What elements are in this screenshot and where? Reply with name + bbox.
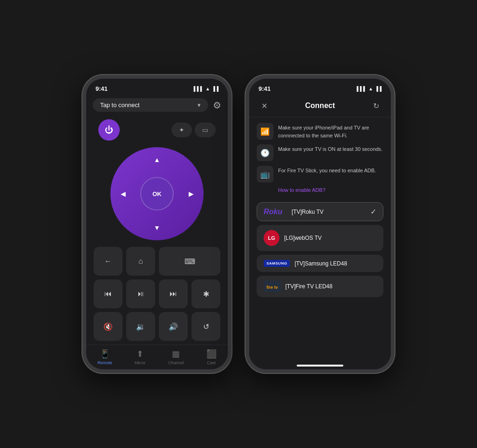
ok-button[interactable]: OK [140, 177, 174, 210]
instruction-wifi: 📶 Make sure your iPhone/iPad and TV are … [257, 123, 383, 140]
fast-forward-button[interactable]: ⏭ [159, 279, 188, 308]
vol-down-button[interactable]: 🔉 [126, 312, 155, 341]
dpad-mode-icon: ✦ [179, 126, 184, 134]
battery-icon: ▐▐ [212, 86, 218, 91]
tap-to-connect-button[interactable]: Tap to connect ▾ [93, 98, 208, 112]
wifi-icon: ▲ [205, 86, 210, 91]
mute-button[interactable]: 🔇 [94, 312, 123, 341]
dpad-up-button[interactable]: ▲ [150, 153, 164, 167]
vol-up-button[interactable]: 🔊 [159, 312, 188, 341]
dpad-left-button[interactable]: ◀ [116, 187, 130, 201]
status-icons-phone1: ▌▌▌ ▲ ▐▐ [194, 86, 218, 91]
firetv-device-name: [TV]Fire TV LED48 [286, 283, 376, 290]
refresh-connect-button[interactable]: ↻ [369, 99, 382, 112]
back-button[interactable]: ← [94, 247, 123, 276]
dpad-down-button[interactable]: ▼ [150, 221, 164, 235]
device-samsung[interactable]: SAMSUNG [TV]Samsung LED48 [257, 255, 383, 272]
nav-channel[interactable]: ▦ Channel [168, 349, 184, 365]
dpad-right-button[interactable]: ▶ [184, 187, 198, 201]
home-indicator-2 [297, 365, 343, 367]
remote-body: ⏻ ✦ ▭ ▲ ▼ ◀ [86, 115, 228, 345]
connect-header: ✕ Connect ↻ [249, 95, 391, 117]
dpad-circle: ▲ ▼ ◀ ▶ OK [110, 147, 204, 240]
tv-instruction-icon: 📺 [257, 166, 273, 183]
lg-logo: LG [264, 230, 279, 246]
clock-instruction-icon: 🕐 [257, 144, 273, 161]
phone-1-frame: 9:41 ▌▌▌ ▲ ▐▐ Tap to connect ▾ ⚙ ⏻ [82, 75, 232, 373]
dpad-container: ▲ ▼ ◀ ▶ OK [110, 147, 204, 240]
nav-mirror[interactable]: ⬆ Mirror [135, 349, 146, 365]
signal-icon-2: ▌▌▌ [357, 86, 367, 91]
tv-instruction-text: For Fire TV Stick, you need to enable AD… [278, 166, 376, 175]
close-button[interactable]: ✕ [258, 99, 271, 112]
samsung-logo: SAMSUNG [264, 260, 290, 267]
phone1-content: Tap to connect ▾ ⚙ ⏻ ✦ ▭ [86, 95, 228, 369]
chevron-down-icon: ▾ [198, 102, 201, 109]
phone2-content: ✕ Connect ↻ 📶 Make sure your iPhone/iPad… [249, 95, 391, 369]
cast-nav-label: Cast [207, 360, 216, 365]
roku-checkmark: ✓ [370, 207, 376, 216]
power-button[interactable]: ⏻ [98, 119, 120, 141]
device-roku[interactable]: Roku [TV]Roku TV ✓ [257, 202, 383, 221]
device-lg[interactable]: LG [LG]webOS TV [257, 225, 383, 251]
adb-link[interactable]: How to enable ADB? [257, 187, 383, 193]
dpad-mode-button[interactable]: ✦ [171, 122, 192, 137]
phone-1-screen: 9:41 ▌▌▌ ▲ ▐▐ Tap to connect ▾ ⚙ ⏻ [86, 79, 228, 369]
notch [129, 79, 185, 90]
instruction-clock: 🕐 Make sure your TV is ON at least 30 se… [257, 144, 383, 161]
instruction-tv: 📺 For Fire TV Stick, you need to enable … [257, 166, 383, 183]
mirror-nav-icon: ⬆ [136, 349, 143, 359]
power-row: ⏻ ✦ ▭ [94, 119, 220, 141]
tap-connect-label: Tap to connect [100, 102, 140, 109]
notch-2 [292, 79, 348, 90]
remote-topbar: Tap to connect ▾ ⚙ [86, 95, 228, 115]
wifi-instruction-text: Make sure your iPhone/iPad and TV are co… [278, 123, 383, 139]
remote-nav-icon: 📱 [100, 349, 110, 359]
wifi-icon-2: ▲ [368, 86, 373, 91]
phone-2-screen: 9:41 ▌▌▌ ▲ ▐▐ ✕ Connect ↻ 📶 Make sure yo… [249, 79, 391, 369]
device-firetv[interactable]: fire tv [TV]Fire TV LED48 [257, 276, 383, 297]
screen-mode-icon: ▭ [202, 126, 208, 134]
nav-remote[interactable]: 📱 Remote [97, 349, 112, 365]
firetv-logo: fire tv [264, 281, 281, 292]
mode-group: ✦ ▭ [171, 122, 216, 137]
cast-nav-icon: ⬛ [206, 349, 217, 359]
wifi-instruction-icon: 📶 [257, 123, 273, 140]
status-time-phone2: 9:41 [259, 85, 271, 92]
home-button[interactable]: ⌂ [126, 247, 155, 276]
roku-device-name: [TV]Roku TV [292, 209, 366, 215]
status-icons-phone2: ▌▌▌ ▲ ▐▐ [357, 86, 382, 91]
mirror-nav-label: Mirror [135, 360, 146, 365]
button-grid: ← ⌂ ⌨ ⏮ ⏯ ⏭ ✱ 🔇 🔉 🔊 ↺ [94, 247, 220, 341]
status-time-phone1: 9:41 [95, 85, 108, 92]
keyboard-button[interactable]: ⌨ [159, 247, 220, 276]
channel-nav-label: Channel [168, 360, 184, 365]
screen-mode-button[interactable]: ▭ [195, 122, 216, 137]
bottom-nav: 📱 Remote ⬆ Mirror ▦ Channel ⬛ Cast [86, 345, 228, 367]
device-list: Roku [TV]Roku TV ✓ LG [LG]webOS TV SAMSU… [249, 198, 391, 363]
battery-icon-2: ▐▐ [375, 86, 382, 91]
connect-title: Connect [305, 102, 335, 110]
roku-logo: Roku [264, 208, 287, 216]
nav-cast[interactable]: ⬛ Cast [206, 349, 217, 365]
lg-device-name: [LG]webOS TV [284, 235, 376, 241]
remote-nav-label: Remote [97, 360, 112, 365]
refresh-button[interactable]: ↺ [191, 312, 220, 341]
clock-instruction-text: Make sure your TV is ON at least 30 seco… [278, 144, 382, 153]
signal-icon: ▌▌▌ [194, 86, 204, 91]
samsung-device-name: [TV]Samsung LED48 [294, 260, 376, 267]
settings-button[interactable]: ⚙ [213, 100, 221, 111]
rewind-button[interactable]: ⏮ [94, 279, 123, 308]
channel-nav-icon: ▦ [172, 349, 180, 359]
play-pause-button[interactable]: ⏯ [126, 279, 155, 308]
phone-2-frame: 9:41 ▌▌▌ ▲ ▐▐ ✕ Connect ↻ 📶 Make sure yo… [245, 75, 395, 373]
asterisk-button[interactable]: ✱ [191, 279, 220, 308]
instructions-section: 📶 Make sure your iPhone/iPad and TV are … [249, 117, 391, 198]
